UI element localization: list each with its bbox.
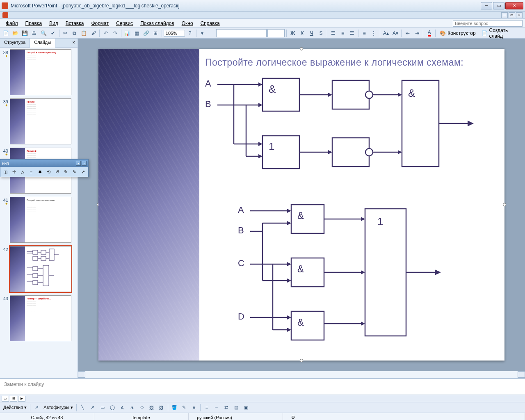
floating-dropdown-icon[interactable]: ▾	[76, 161, 81, 166]
bold-icon[interactable]: Ж	[288, 29, 297, 38]
font-color-icon[interactable]: A	[425, 29, 434, 38]
menu-slideshow[interactable]: Показ слайдов	[137, 20, 178, 27]
resize-handle[interactable]	[300, 47, 303, 50]
arrow-style-icon[interactable]: ⇄	[222, 403, 231, 412]
actions-menu[interactable]: Действия ▾	[2, 405, 28, 410]
shadow-style-icon[interactable]: ▨	[232, 403, 241, 412]
tool-icon[interactable]: ↗	[79, 168, 87, 176]
spellcheck-icon[interactable]: ✔	[49, 29, 57, 38]
copy-icon[interactable]: ⧉	[71, 29, 79, 38]
grid-icon[interactable]: ⊞	[151, 29, 160, 38]
scroll-left-icon[interactable]	[78, 371, 85, 378]
underline-icon[interactable]: Ч	[307, 29, 316, 38]
normal-view-icon[interactable]: ▭	[2, 396, 9, 402]
three-d-icon[interactable]: ▣	[242, 403, 251, 412]
open-icon[interactable]: 📂	[11, 29, 20, 38]
toolbar-options-icon[interactable]: ▾	[198, 29, 207, 38]
paste-icon[interactable]: 📋	[80, 29, 88, 38]
floating-close-icon[interactable]: ×	[82, 161, 87, 166]
print-icon[interactable]: 🖶	[30, 29, 39, 38]
tab-slides[interactable]: Слайды	[30, 39, 55, 48]
mdi-minimize[interactable]: ─	[501, 12, 508, 18]
scroll-right-icon[interactable]	[518, 371, 525, 378]
font-color-icon[interactable]: A	[189, 403, 199, 412]
mdi-restore[interactable]: ▭	[509, 12, 515, 18]
close-pane-icon[interactable]: ×	[70, 39, 78, 47]
increase-indent-icon[interactable]: ⇥	[413, 29, 421, 38]
clipart-icon[interactable]: 🖼	[147, 403, 156, 412]
slide-thumbnail[interactable]	[10, 246, 71, 292]
close-button[interactable]: ✕	[505, 2, 523, 9]
tool-icon[interactable]: ✛	[10, 168, 18, 176]
resize-handle[interactable]	[503, 203, 506, 206]
font-size-combo[interactable]	[267, 29, 285, 37]
designer-button[interactable]: 🎨 Конструктор	[437, 29, 478, 38]
menu-help[interactable]: Справка	[197, 20, 223, 27]
redo-icon[interactable]: ↷	[111, 29, 119, 38]
hyperlink-icon[interactable]: 🔗	[142, 29, 151, 38]
status-language[interactable]: русский (Россия)	[189, 413, 283, 420]
slide-thumbnail[interactable]: Построй в логическую схему──────────────…	[10, 49, 71, 95]
new-slide-button[interactable]: 📄 Создать слайд	[479, 29, 523, 38]
slide-thumbnail[interactable]: Постройте логические схемы──────────────…	[10, 197, 71, 243]
help-search-input[interactable]	[453, 20, 523, 27]
maximize-button[interactable]: ▭	[493, 2, 504, 9]
shadow-icon[interactable]: S	[317, 29, 325, 38]
save-icon[interactable]: 💾	[21, 29, 29, 38]
font-name-combo[interactable]	[216, 29, 267, 37]
tool-icon[interactable]: ≡	[27, 168, 35, 176]
resize-handle[interactable]	[300, 359, 303, 362]
align-left-icon[interactable]: ☰	[329, 29, 338, 38]
chart-icon[interactable]: 📊	[123, 29, 132, 38]
new-icon[interactable]: 📄	[2, 29, 10, 38]
tool-icon[interactable]: ✎	[70, 168, 78, 176]
italic-icon[interactable]: К	[298, 29, 306, 38]
mdi-close[interactable]: ×	[516, 12, 523, 18]
undo-icon[interactable]: ↶	[101, 29, 110, 38]
rectangle-icon[interactable]: ▭	[98, 403, 107, 412]
arrow-icon[interactable]: ↗	[88, 403, 97, 412]
autoshapes-menu[interactable]: Автофигуры ▾	[42, 405, 75, 410]
tool-icon[interactable]: ✖	[36, 168, 44, 176]
align-center-icon[interactable]: ≡	[338, 29, 347, 38]
slide-canvas[interactable]: Постройте логическое выражение к логичес…	[98, 49, 504, 361]
tool-icon[interactable]: ✎	[62, 168, 70, 176]
minimize-button[interactable]: ─	[481, 2, 492, 9]
decrease-indent-icon[interactable]: ⇤	[403, 29, 412, 38]
slide-thumbnail[interactable]: Триггер — устройство...─────────────────…	[10, 295, 71, 341]
menu-window[interactable]: Окно	[178, 20, 196, 27]
sorter-view-icon[interactable]: ⊞	[10, 396, 17, 402]
increase-font-icon[interactable]: A▴	[382, 29, 390, 38]
oval-icon[interactable]: ◯	[108, 403, 117, 412]
line-color-icon[interactable]: ✎	[180, 403, 189, 412]
preview-icon[interactable]: 🔍	[39, 29, 48, 38]
wordart-icon[interactable]: 𝐀	[128, 403, 137, 412]
picture-icon[interactable]: 🖼	[157, 403, 166, 412]
textbox-icon[interactable]: A	[118, 403, 127, 412]
zoom-combo[interactable]: 105%	[164, 30, 185, 37]
horizontal-scrollbar[interactable]	[78, 371, 525, 378]
bullets-icon[interactable]: ⋮	[370, 29, 378, 38]
help-icon[interactable]: ?	[186, 29, 194, 38]
floating-toolbar[interactable]: ния ▾× ◫ ✛ △ ≡ ✖ ⟲ ↺ ✎ ✎ ↗	[0, 159, 89, 177]
slide-title[interactable]: Постройте логическое выражение к логичес…	[205, 57, 496, 68]
menu-edit[interactable]: Правка	[22, 20, 46, 27]
line-style-icon[interactable]: ≡	[202, 403, 211, 412]
diagram-icon[interactable]: ◇	[137, 403, 146, 412]
tool-icon[interactable]: △	[18, 168, 27, 176]
fill-color-icon[interactable]: 🪣	[170, 403, 179, 412]
format-painter-icon[interactable]: 🖌	[89, 29, 98, 38]
decrease-font-icon[interactable]: A▾	[391, 29, 400, 38]
numbering-icon[interactable]: ≡	[360, 29, 369, 38]
menu-tools[interactable]: Сервис	[113, 20, 136, 27]
line-icon[interactable]: ╲	[78, 403, 87, 412]
tab-outline[interactable]: Структура	[0, 39, 30, 47]
tool-icon[interactable]: ◫	[1, 168, 9, 176]
slide-thumbnail[interactable]: Пример──────────────────────────────────…	[10, 98, 71, 144]
cut-icon[interactable]: ✂	[61, 29, 70, 38]
thumbnails-list[interactable]: 38✦Построй в логическую схему───────────…	[0, 48, 78, 378]
menu-insert[interactable]: Вставка	[62, 20, 87, 27]
menu-view[interactable]: Вид	[46, 20, 62, 27]
tool-icon[interactable]: ⟲	[44, 168, 52, 176]
slideshow-view-icon[interactable]: ▶	[18, 396, 25, 402]
